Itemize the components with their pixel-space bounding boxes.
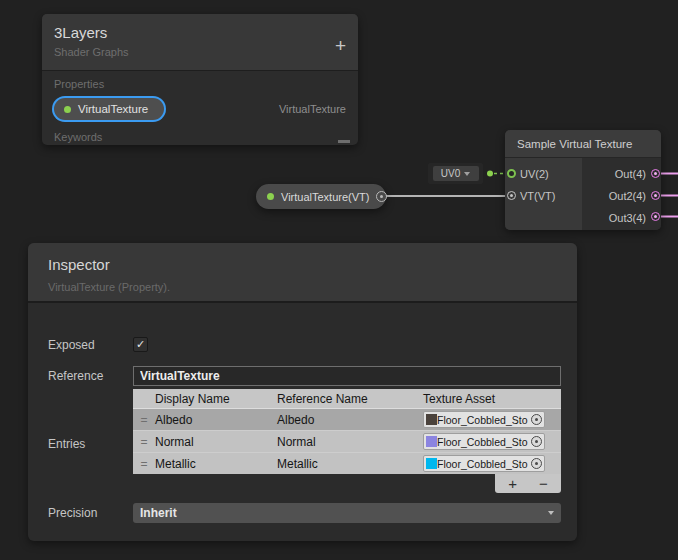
precision-label: Precision xyxy=(48,506,133,520)
exposed-row: Exposed ✓ xyxy=(48,337,561,352)
vt-input-port[interactable] xyxy=(507,191,516,200)
inspector-subtitle: VirtualTexture (Property). xyxy=(48,281,557,293)
node-title[interactable]: Sample Virtual Texture xyxy=(505,130,661,158)
property-exposed-dot-icon xyxy=(267,193,274,200)
reference-input[interactable] xyxy=(133,366,561,386)
entry-reference-name: Albedo xyxy=(277,413,423,427)
remove-entry-button[interactable]: − xyxy=(539,476,548,491)
keywords-section-label: Keywords xyxy=(42,124,358,147)
texture-swatch xyxy=(426,436,437,447)
entries-footer-buttons: + − xyxy=(495,474,561,493)
graph-title: 3Layers xyxy=(54,24,346,41)
texture-asset-name: Floor_Cobbled_Sto xyxy=(437,436,531,448)
entry-texture-cell: Floor_Cobbled_Sto xyxy=(423,411,561,428)
port-dot-icon xyxy=(380,195,383,198)
uv-channel-value: UV0 xyxy=(441,168,460,179)
output-label-out1: Out(4) xyxy=(582,163,661,185)
drag-handle-icon[interactable]: = xyxy=(133,413,155,427)
entry-texture-cell: Floor_Cobbled_Sto xyxy=(423,455,561,472)
texture-asset-name: Floor_Cobbled_Sto xyxy=(437,458,531,470)
precision-row: Precision Inherit xyxy=(48,503,561,523)
texture-asset-header: Texture Asset xyxy=(423,392,561,406)
texture-object-field[interactable]: Floor_Cobbled_Sto xyxy=(423,411,545,428)
node-output-column: Out(4) Out2(4) Out3(4) xyxy=(582,158,661,230)
entry-display-name: Metallic xyxy=(155,457,277,471)
precision-value: Inherit xyxy=(140,506,177,520)
out1-output-port[interactable] xyxy=(651,169,660,178)
uv-channel-dropdown[interactable]: UV0 xyxy=(433,166,479,181)
entry-display-name: Albedo xyxy=(155,413,277,427)
inspector-panel[interactable]: Inspector VirtualTexture (Property). Exp… xyxy=(28,243,577,541)
inspector-body: Exposed ✓ Reference Entries Display Name… xyxy=(28,337,577,523)
entries-table-footer: + − xyxy=(133,474,561,493)
inspector-title: Inspector xyxy=(48,256,557,273)
out2-output-port[interactable] xyxy=(651,191,660,200)
picker-dot-icon xyxy=(535,440,538,443)
property-row: VirtualTexture VirtualTexture xyxy=(42,94,358,124)
input-label-vt: VT(VT) xyxy=(505,185,582,207)
shader-graph-canvas[interactable]: 3Layers Shader Graphs + Properties Virtu… xyxy=(0,0,678,560)
reference-label: Reference xyxy=(48,369,133,383)
uv-input-port[interactable] xyxy=(507,169,516,178)
reference-name-header: Reference Name xyxy=(277,392,423,406)
blackboard-resize-handle[interactable] xyxy=(338,140,350,143)
entry-row-normal[interactable]: = Normal Normal Floor_Cobbled_Sto xyxy=(133,430,561,452)
chevron-down-icon xyxy=(464,172,470,176)
entry-row-metallic[interactable]: = Metallic Metallic Floor_Cobbled_Sto xyxy=(133,452,561,474)
entry-reference-name: Metallic xyxy=(277,457,423,471)
output-label-out2: Out2(4) xyxy=(582,185,661,207)
property-pill-label: VirtualTexture xyxy=(78,103,148,115)
picker-dot-icon xyxy=(535,418,538,421)
port-dot-icon xyxy=(654,172,657,175)
precision-dropdown[interactable]: Inherit xyxy=(133,503,561,523)
entry-texture-cell: Floor_Cobbled_Sto xyxy=(423,433,561,450)
chevron-down-icon xyxy=(548,511,554,515)
object-picker-icon[interactable] xyxy=(531,458,542,469)
sample-virtual-texture-node[interactable]: Sample Virtual Texture UV(2) VT(VT) Out(… xyxy=(505,130,661,230)
blackboard-header: 3Layers Shader Graphs + xyxy=(42,14,358,71)
reference-row: Reference xyxy=(48,366,561,386)
properties-section-label: Properties xyxy=(42,71,358,94)
entries-table-header: Display Name Reference Name Texture Asse… xyxy=(133,389,561,408)
graph-subtitle: Shader Graphs xyxy=(54,46,346,58)
inspector-header: Inspector VirtualTexture (Property). xyxy=(28,243,577,303)
node-input-column: UV(2) VT(VT) xyxy=(505,158,582,230)
entries-table: Display Name Reference Name Texture Asse… xyxy=(133,389,561,493)
object-picker-icon[interactable] xyxy=(531,414,542,425)
virtualtexture-property-node[interactable]: VirtualTexture(VT) xyxy=(256,184,386,209)
entry-display-name: Normal xyxy=(155,435,277,449)
output-label-out3: Out3(4) xyxy=(582,207,661,229)
property-type-label: VirtualTexture xyxy=(279,103,346,115)
property-exposed-dot-icon xyxy=(64,106,71,113)
texture-swatch xyxy=(426,458,437,469)
property-node-label: VirtualTexture(VT) xyxy=(281,191,369,203)
texture-swatch xyxy=(426,414,437,425)
exposed-label: Exposed xyxy=(48,338,133,352)
display-name-header: Display Name xyxy=(155,392,277,406)
uv-default-dot xyxy=(487,171,493,177)
port-dot-icon xyxy=(510,194,513,197)
property-pill-virtualtexture[interactable]: VirtualTexture xyxy=(54,98,164,120)
drag-handle-icon[interactable]: = xyxy=(133,435,155,449)
port-dot-icon xyxy=(654,194,657,197)
entry-row-albedo[interactable]: = Albedo Albedo Floor_Cobbled_Sto xyxy=(133,408,561,430)
drag-handle-icon[interactable]: = xyxy=(133,457,155,471)
uv-default-widget: UV0 xyxy=(428,163,483,184)
object-picker-icon[interactable] xyxy=(531,436,542,447)
input-label-uv: UV(2) xyxy=(505,163,582,185)
exposed-checkbox[interactable]: ✓ xyxy=(133,337,148,352)
out3-output-port[interactable] xyxy=(651,212,660,221)
texture-asset-name: Floor_Cobbled_Sto xyxy=(437,414,531,426)
picker-dot-icon xyxy=(535,462,538,465)
entry-reference-name: Normal xyxy=(277,435,423,449)
port-dot-icon xyxy=(654,215,657,218)
entries-row: Entries Display Name Reference Name Text… xyxy=(48,389,561,493)
texture-object-field[interactable]: Floor_Cobbled_Sto xyxy=(423,455,545,472)
blackboard-panel[interactable]: 3Layers Shader Graphs + Properties Virtu… xyxy=(42,14,358,145)
add-property-button[interactable]: + xyxy=(335,36,346,55)
entries-label: Entries xyxy=(48,389,133,451)
add-entry-button[interactable]: + xyxy=(508,476,517,491)
node-body: UV(2) VT(VT) Out(4) Out2(4) Out3(4) xyxy=(505,158,661,230)
texture-object-field[interactable]: Floor_Cobbled_Sto xyxy=(423,433,545,450)
